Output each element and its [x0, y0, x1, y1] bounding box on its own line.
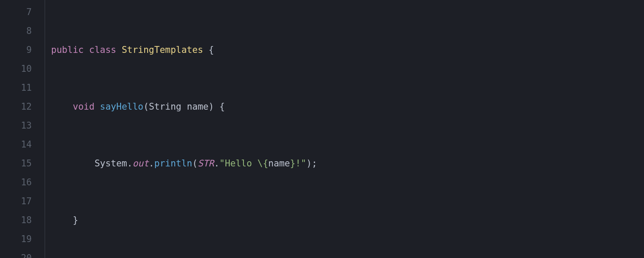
param-name: name [187, 101, 209, 112]
type-string: String [149, 101, 182, 112]
semicolon: ; [312, 158, 317, 169]
field-out: out [133, 158, 149, 169]
keyword-void: void [73, 101, 95, 112]
line-number: 15 [0, 154, 32, 173]
code-area[interactable]: public class StringTemplates { void sayH… [45, 0, 480, 258]
line-number: 16 [0, 173, 32, 192]
class-name: StringTemplates [122, 45, 203, 55]
line-number: 10 [0, 59, 32, 78]
brace-open: { [209, 45, 214, 55]
keyword-class: class [89, 45, 116, 55]
line-number: 13 [0, 116, 32, 135]
line-number-gutter: 7 8 9 10 11 12 13 14 15 16 17 18 19 20 [0, 0, 45, 258]
brace-open: { [219, 101, 225, 112]
line-number: 9 [0, 40, 32, 59]
paren-open: ( [143, 101, 149, 112]
brace-close: } [73, 215, 79, 225]
code-editor[interactable]: 7 8 9 10 11 12 13 14 15 16 17 18 19 20 p… [0, 0, 644, 258]
paren-close: ) [209, 101, 214, 112]
code-line[interactable]: void sayHello(String name) { [51, 97, 480, 116]
dot: . [149, 158, 155, 169]
method-println: println [154, 158, 192, 169]
string-literal: "Hello [219, 158, 258, 169]
embed-open: \{ [258, 158, 268, 169]
keyword-public: public [51, 45, 84, 55]
string-literal: !" [295, 158, 306, 169]
paren-close: ) [306, 158, 312, 169]
line-number: 7 [0, 3, 32, 22]
line-number: 12 [0, 97, 32, 116]
embed-close: } [290, 158, 295, 169]
processor-str: STR [197, 158, 214, 169]
line-number: 20 [0, 249, 32, 258]
paren-open: ( [192, 158, 198, 169]
line-number: 18 [0, 211, 32, 230]
dot: . [127, 158, 133, 169]
code-line[interactable]: public class StringTemplates { [51, 40, 480, 59]
code-line[interactable]: System.out.println(STR."Hello \{name}!")… [51, 154, 480, 173]
param-name: name [268, 158, 290, 169]
method-name: sayHello [100, 101, 143, 112]
line-number: 8 [0, 22, 32, 40]
line-number: 14 [0, 135, 32, 154]
line-number: 19 [0, 230, 32, 249]
code-line[interactable]: } [51, 211, 480, 230]
line-number: 11 [0, 78, 32, 97]
identifier-system: System [94, 158, 127, 169]
line-number: 17 [0, 192, 32, 211]
dot: . [214, 158, 219, 169]
